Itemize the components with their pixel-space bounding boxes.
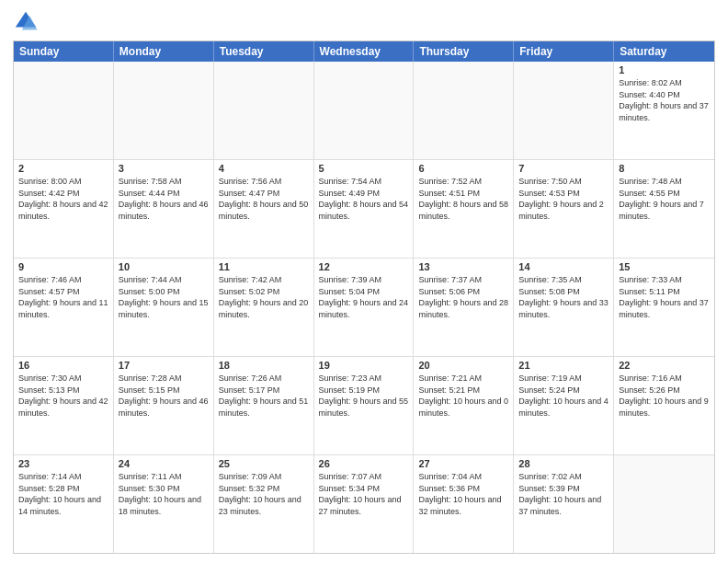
day-number: 11 (219, 261, 309, 272)
cell-info: Sunrise: 7:33 AM Sunset: 5:11 PM Dayligh… (619, 274, 710, 320)
calendar-cell: 17Sunrise: 7:28 AM Sunset: 5:15 PM Dayli… (114, 357, 214, 454)
day-number: 20 (418, 360, 508, 371)
cell-info: Sunrise: 7:56 AM Sunset: 4:47 PM Dayligh… (219, 176, 309, 222)
cell-info: Sunrise: 7:42 AM Sunset: 5:02 PM Dayligh… (219, 274, 309, 320)
calendar-cell: 10Sunrise: 7:44 AM Sunset: 5:00 PM Dayli… (114, 259, 214, 356)
day-number: 4 (219, 163, 309, 174)
cell-info: Sunrise: 7:11 AM Sunset: 5:30 PM Dayligh… (119, 471, 209, 517)
day-number: 28 (518, 458, 609, 469)
day-number: 13 (418, 261, 508, 272)
cell-info: Sunrise: 7:26 AM Sunset: 5:17 PM Dayligh… (219, 373, 309, 419)
weekday-header-monday: Monday (114, 41, 214, 62)
calendar-cell: 24Sunrise: 7:11 AM Sunset: 5:30 PM Dayli… (114, 455, 214, 553)
day-number: 6 (418, 163, 508, 174)
calendar-cell: 11Sunrise: 7:42 AM Sunset: 5:02 PM Dayli… (214, 259, 314, 356)
day-number: 22 (619, 360, 710, 371)
calendar-header: SundayMondayTuesdayWednesdayThursdayFrid… (14, 41, 714, 62)
calendar-cell: 9Sunrise: 7:46 AM Sunset: 4:57 PM Daylig… (14, 259, 114, 356)
calendar-cell: 1Sunrise: 8:02 AM Sunset: 4:40 PM Daylig… (614, 62, 714, 159)
day-number: 23 (18, 458, 108, 469)
calendar-cell: 4Sunrise: 7:56 AM Sunset: 4:47 PM Daylig… (214, 160, 314, 258)
day-number: 14 (518, 261, 609, 272)
calendar-cell (514, 62, 614, 159)
cell-info: Sunrise: 7:30 AM Sunset: 5:13 PM Dayligh… (18, 373, 108, 419)
day-number: 19 (319, 360, 409, 371)
calendar-cell: 2Sunrise: 8:00 AM Sunset: 4:42 PM Daylig… (14, 160, 114, 258)
cell-info: Sunrise: 8:02 AM Sunset: 4:40 PM Dayligh… (619, 77, 710, 123)
weekday-header-saturday: Saturday (614, 41, 714, 62)
day-number: 16 (18, 360, 108, 371)
calendar-cell (114, 62, 214, 159)
cell-info: Sunrise: 8:00 AM Sunset: 4:42 PM Dayligh… (18, 176, 108, 222)
day-number: 9 (18, 261, 108, 272)
calendar-cell: 18Sunrise: 7:26 AM Sunset: 5:17 PM Dayli… (214, 357, 314, 454)
cell-info: Sunrise: 7:16 AM Sunset: 5:26 PM Dayligh… (619, 373, 710, 419)
cell-info: Sunrise: 7:39 AM Sunset: 5:04 PM Dayligh… (319, 274, 409, 320)
day-number: 26 (319, 458, 409, 469)
calendar-cell: 26Sunrise: 7:07 AM Sunset: 5:34 PM Dayli… (314, 455, 415, 553)
calendar-cell: 6Sunrise: 7:52 AM Sunset: 4:51 PM Daylig… (414, 160, 514, 258)
calendar-cell: 12Sunrise: 7:39 AM Sunset: 5:04 PM Dayli… (314, 259, 415, 356)
day-number: 17 (119, 360, 209, 371)
calendar-cell: 14Sunrise: 7:35 AM Sunset: 5:08 PM Dayli… (514, 259, 614, 356)
day-number: 8 (619, 163, 710, 174)
cell-info: Sunrise: 7:02 AM Sunset: 5:39 PM Dayligh… (518, 471, 609, 517)
calendar-cell: 15Sunrise: 7:33 AM Sunset: 5:11 PM Dayli… (614, 259, 714, 356)
page: SundayMondayTuesdayWednesdayThursdayFrid… (0, 0, 728, 563)
cell-info: Sunrise: 7:14 AM Sunset: 5:28 PM Dayligh… (18, 471, 108, 517)
cell-info: Sunrise: 7:07 AM Sunset: 5:34 PM Dayligh… (319, 471, 409, 517)
weekday-header-thursday: Thursday (414, 41, 514, 62)
cell-info: Sunrise: 7:35 AM Sunset: 5:08 PM Dayligh… (518, 274, 609, 320)
cell-info: Sunrise: 7:48 AM Sunset: 4:55 PM Dayligh… (619, 176, 710, 222)
calendar-cell (314, 62, 415, 159)
calendar-cell: 20Sunrise: 7:21 AM Sunset: 5:21 PM Dayli… (414, 357, 514, 454)
cell-info: Sunrise: 7:52 AM Sunset: 4:51 PM Dayligh… (418, 176, 508, 222)
cell-info: Sunrise: 7:46 AM Sunset: 4:57 PM Dayligh… (18, 274, 108, 320)
logo (13, 9, 42, 35)
calendar-row-2: 9Sunrise: 7:46 AM Sunset: 4:57 PM Daylig… (14, 259, 714, 357)
cell-info: Sunrise: 7:58 AM Sunset: 4:44 PM Dayligh… (119, 176, 209, 222)
day-number: 15 (619, 261, 710, 272)
weekday-header-sunday: Sunday (14, 41, 114, 62)
calendar-cell (614, 455, 714, 553)
day-number: 12 (319, 261, 409, 272)
calendar-cell: 3Sunrise: 7:58 AM Sunset: 4:44 PM Daylig… (114, 160, 214, 258)
header (13, 9, 715, 35)
calendar-cell: 19Sunrise: 7:23 AM Sunset: 5:19 PM Dayli… (314, 357, 415, 454)
cell-info: Sunrise: 7:09 AM Sunset: 5:32 PM Dayligh… (219, 471, 309, 517)
cell-info: Sunrise: 7:28 AM Sunset: 5:15 PM Dayligh… (119, 373, 209, 419)
day-number: 2 (18, 163, 108, 174)
cell-info: Sunrise: 7:04 AM Sunset: 5:36 PM Dayligh… (418, 471, 508, 517)
cell-info: Sunrise: 7:37 AM Sunset: 5:06 PM Dayligh… (418, 274, 508, 320)
day-number: 18 (219, 360, 309, 371)
cell-info: Sunrise: 7:54 AM Sunset: 4:49 PM Dayligh… (319, 176, 409, 222)
calendar-row-4: 23Sunrise: 7:14 AM Sunset: 5:28 PM Dayli… (14, 455, 714, 553)
cell-info: Sunrise: 7:19 AM Sunset: 5:24 PM Dayligh… (518, 373, 609, 419)
calendar-cell: 13Sunrise: 7:37 AM Sunset: 5:06 PM Dayli… (414, 259, 514, 356)
cell-info: Sunrise: 7:44 AM Sunset: 5:00 PM Dayligh… (119, 274, 209, 320)
day-number: 7 (518, 163, 609, 174)
calendar-cell: 7Sunrise: 7:50 AM Sunset: 4:53 PM Daylig… (514, 160, 614, 258)
calendar-cell: 21Sunrise: 7:19 AM Sunset: 5:24 PM Dayli… (514, 357, 614, 454)
calendar-body: 1Sunrise: 8:02 AM Sunset: 4:40 PM Daylig… (14, 62, 714, 553)
calendar-cell: 25Sunrise: 7:09 AM Sunset: 5:32 PM Dayli… (214, 455, 314, 553)
cell-info: Sunrise: 7:21 AM Sunset: 5:21 PM Dayligh… (418, 373, 508, 419)
calendar-cell: 28Sunrise: 7:02 AM Sunset: 5:39 PM Dayli… (514, 455, 614, 553)
calendar-row-3: 16Sunrise: 7:30 AM Sunset: 5:13 PM Dayli… (14, 357, 714, 455)
cell-info: Sunrise: 7:50 AM Sunset: 4:53 PM Dayligh… (518, 176, 609, 222)
cell-info: Sunrise: 7:23 AM Sunset: 5:19 PM Dayligh… (319, 373, 409, 419)
day-number: 27 (418, 458, 508, 469)
calendar-cell: 5Sunrise: 7:54 AM Sunset: 4:49 PM Daylig… (314, 160, 415, 258)
calendar-cell: 8Sunrise: 7:48 AM Sunset: 4:55 PM Daylig… (614, 160, 714, 258)
calendar-cell (414, 62, 514, 159)
logo-icon (13, 9, 39, 35)
weekday-header-friday: Friday (514, 41, 614, 62)
weekday-header-tuesday: Tuesday (214, 41, 314, 62)
day-number: 1 (619, 64, 710, 75)
day-number: 10 (119, 261, 209, 272)
calendar-cell (14, 62, 114, 159)
day-number: 21 (518, 360, 609, 371)
weekday-header-wednesday: Wednesday (314, 41, 415, 62)
day-number: 5 (319, 163, 409, 174)
calendar-cell: 16Sunrise: 7:30 AM Sunset: 5:13 PM Dayli… (14, 357, 114, 454)
